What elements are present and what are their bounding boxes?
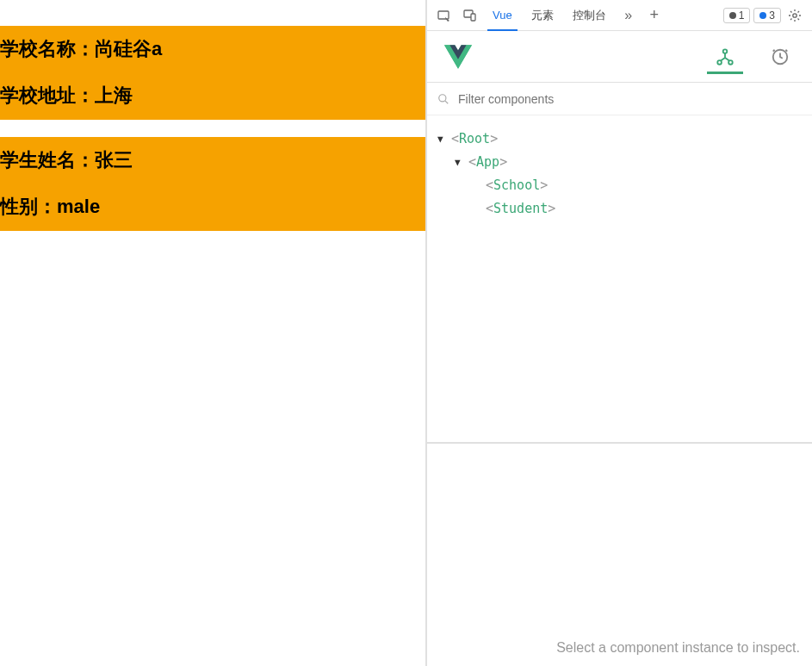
component-filter-bar	[427, 83, 812, 115]
more-tabs-icon[interactable]: »	[617, 3, 641, 28]
student-sex-value: male	[57, 196, 100, 217]
school-name-label: 学校名称：	[0, 38, 95, 59]
rendered-page: 学校名称：尚硅谷a 学校地址：上海 学生姓名：张三 性别：male	[0, 0, 425, 666]
tree-node-app[interactable]: ▼ <App>	[434, 151, 805, 174]
student-name-line: 学生姓名：张三	[0, 137, 425, 184]
svg-rect-2	[471, 14, 475, 21]
devtools-badges: 1 3	[723, 8, 781, 23]
inspect-details-panel: Select a component instance to inspect.	[427, 442, 812, 666]
filter-components-input[interactable]	[458, 92, 802, 106]
search-icon	[437, 93, 449, 105]
tree-node-root[interactable]: ▼ <Root>	[434, 128, 805, 151]
school-name-line: 学校名称：尚硅谷a	[0, 26, 425, 72]
info-badge[interactable]: 3	[753, 8, 781, 23]
svg-rect-0	[438, 11, 449, 19]
vue-logo-icon	[444, 45, 472, 69]
components-tab-icon[interactable]	[710, 31, 740, 83]
student-sex-label: 性别：	[0, 196, 57, 217]
tab-console[interactable]: 控制台	[564, 0, 615, 31]
vue-devtools-nav	[710, 31, 795, 83]
device-toggle-icon[interactable]	[458, 3, 482, 28]
settings-icon[interactable]	[783, 3, 807, 28]
tab-vue[interactable]: Vue	[484, 0, 521, 31]
inspect-placeholder-text: Select a component instance to inspect.	[556, 640, 800, 656]
component-tree-panel: ▼ <Root> ▼ <App> <School> <Student> Sele…	[427, 115, 812, 666]
student-name-label: 学生姓名：	[0, 149, 95, 171]
school-block: 学校名称：尚硅谷a 学校地址：上海	[0, 26, 425, 120]
svg-point-3	[793, 13, 797, 16]
expand-arrow-icon[interactable]: ▼	[455, 154, 468, 171]
student-name-value: 张三	[95, 149, 133, 171]
svg-point-8	[439, 94, 446, 101]
timeline-tab-icon[interactable]	[766, 31, 795, 83]
component-tree: ▼ <Root> ▼ <App> <School> <Student>	[427, 115, 812, 233]
tree-node-student[interactable]: <Student>	[434, 197, 805, 221]
tab-elements[interactable]: 元素	[523, 0, 562, 31]
school-addr-value: 上海	[95, 84, 133, 106]
devtools-tabbar: Vue 元素 控制台 » + 1 3	[427, 0, 812, 31]
school-addr-label: 学校地址：	[0, 84, 95, 106]
new-tab-icon[interactable]: +	[642, 3, 666, 28]
svg-point-4	[723, 49, 728, 53]
inspect-element-icon[interactable]	[432, 3, 456, 28]
vue-devtools-header	[427, 31, 812, 83]
school-addr-line: 学校地址：上海	[0, 72, 425, 119]
student-block: 学生姓名：张三 性别：male	[0, 137, 425, 231]
devtools-panel: Vue 元素 控制台 » + 1 3 ▼	[425, 0, 812, 666]
expand-arrow-icon[interactable]: ▼	[437, 131, 451, 148]
warning-badge[interactable]: 1	[723, 8, 751, 23]
school-name-value: 尚硅谷a	[95, 38, 162, 59]
tree-node-school[interactable]: <School>	[434, 174, 805, 197]
student-sex-line: 性别：male	[0, 184, 425, 230]
